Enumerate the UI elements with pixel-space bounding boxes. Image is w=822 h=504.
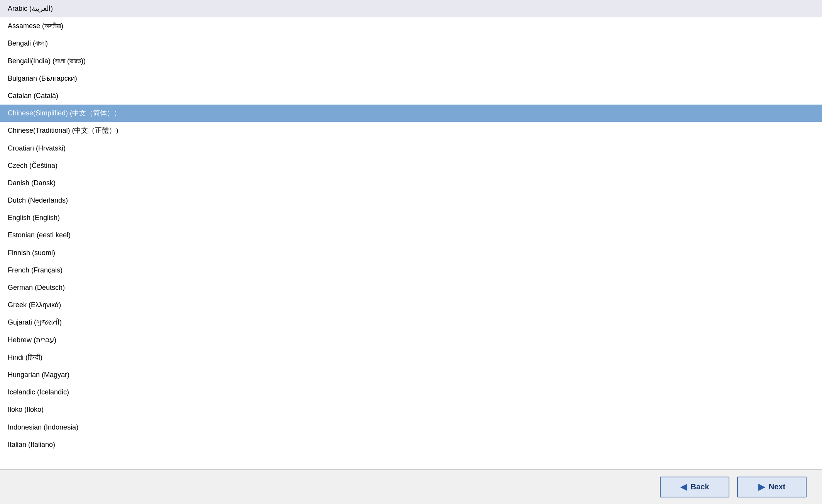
language-item-arabic[interactable]: Arabic (العربية) bbox=[0, 0, 822, 17]
language-item-dutch[interactable]: Dutch (Nederlands) bbox=[0, 192, 822, 209]
language-item-chinese-simplified[interactable]: Chinese(Simplified) (中文（简体）） bbox=[0, 105, 822, 122]
language-list[interactable]: Arabic (العربية)Assamese (অসমীয়া)Bengal… bbox=[0, 0, 822, 469]
language-item-hebrew[interactable]: Hebrew (עברית) bbox=[0, 331, 822, 349]
language-item-bengali[interactable]: Bengali (বাংলা) bbox=[0, 35, 822, 52]
language-item-hindi[interactable]: Hindi (हिन्दी) bbox=[0, 349, 822, 366]
language-item-catalan[interactable]: Catalan (Català) bbox=[0, 87, 822, 105]
language-item-estonian[interactable]: Estonian (eesti keel) bbox=[0, 227, 822, 244]
language-item-czech[interactable]: Czech (Čeština) bbox=[0, 157, 822, 174]
language-item-croatian[interactable]: Croatian (Hrvatski) bbox=[0, 140, 822, 157]
next-button[interactable]: ▶ Next bbox=[737, 477, 807, 497]
language-item-gujarati[interactable]: Gujarati (ગુજરાતી) bbox=[0, 314, 822, 331]
next-label: Next bbox=[769, 482, 785, 491]
language-item-danish[interactable]: Danish (Dansk) bbox=[0, 174, 822, 192]
language-item-english[interactable]: English (English) bbox=[0, 209, 822, 227]
language-item-assamese[interactable]: Assamese (অসমীয়া) bbox=[0, 17, 822, 35]
language-item-iloko[interactable]: Iloko (Iloko) bbox=[0, 401, 822, 418]
back-arrow-icon: ◀ bbox=[680, 482, 687, 492]
language-item-greek[interactable]: Greek (Ελληνικά) bbox=[0, 296, 822, 314]
main-container: Arabic (العربية)Assamese (অসমীয়া)Bengal… bbox=[0, 0, 822, 504]
back-button[interactable]: ◀ Back bbox=[660, 477, 729, 497]
language-item-icelandic[interactable]: Icelandic (Icelandic) bbox=[0, 384, 822, 401]
next-arrow-icon: ▶ bbox=[758, 482, 765, 492]
back-label: Back bbox=[691, 482, 709, 491]
language-item-finnish[interactable]: Finnish (suomi) bbox=[0, 244, 822, 262]
list-wrapper: Arabic (العربية)Assamese (অসমীয়া)Bengal… bbox=[0, 0, 822, 469]
language-item-indonesian[interactable]: Indonesian (Indonesia) bbox=[0, 419, 822, 436]
language-item-hungarian[interactable]: Hungarian (Magyar) bbox=[0, 366, 822, 384]
language-item-bengali-india[interactable]: Bengali(India) (বাংলা (ভারত)) bbox=[0, 52, 822, 70]
footer-bar: ◀ Back ▶ Next bbox=[0, 469, 822, 504]
language-item-french[interactable]: French (Français) bbox=[0, 262, 822, 279]
language-item-chinese-traditional[interactable]: Chinese(Traditional) (中文（正體）) bbox=[0, 122, 822, 139]
language-item-german[interactable]: German (Deutsch) bbox=[0, 279, 822, 296]
language-item-bulgarian[interactable]: Bulgarian (Български) bbox=[0, 70, 822, 87]
language-item-italian[interactable]: Italian (Italiano) bbox=[0, 436, 822, 453]
